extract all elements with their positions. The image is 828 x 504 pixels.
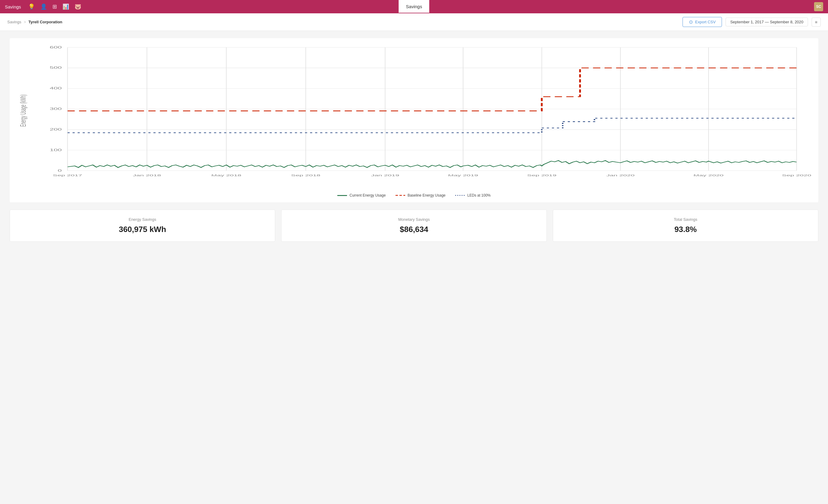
legend-baseline-label: Baseline Energy Usage (408, 193, 446, 197)
legend-leds-label: LEDs at 100% (467, 193, 491, 197)
total-savings-label: Total Savings (559, 217, 812, 222)
svg-text:200: 200 (50, 128, 62, 131)
legend-current-label: Current Energy Usage (349, 193, 385, 197)
legend-baseline-usage: Baseline Energy Usage (396, 193, 446, 197)
toolbar-right: ⊙ Export CSV September 1, 2017 — Septemb… (682, 17, 821, 27)
total-savings-value: 93.8% (559, 225, 812, 234)
svg-text:Jan 2018: Jan 2018 (133, 174, 161, 177)
export-csv-button[interactable]: ⊙ Export CSV (682, 17, 722, 27)
stats-row: Energy Savings 360,975 kWh Monetary Savi… (10, 210, 818, 242)
svg-text:Jan 2019: Jan 2019 (371, 174, 399, 177)
svg-text:300: 300 (50, 107, 62, 110)
svg-text:100: 100 (50, 148, 62, 152)
grid-icon[interactable]: ⊞ (52, 3, 57, 10)
chart-svg: Energy Usage (kWh) 0 100 200 300 400 500… (17, 44, 811, 190)
svg-text:May 2018: May 2018 (211, 174, 241, 177)
stat-card-total: Total Savings 93.8% (553, 210, 818, 242)
breadcrumb-current: Tyrell Corporation (29, 20, 63, 24)
energy-savings-label: Energy Savings (16, 217, 269, 222)
user-icon[interactable]: 👤 (40, 3, 47, 10)
breadcrumb-separator: > (24, 20, 26, 24)
date-range-button[interactable]: September 1, 2017 — September 8, 2020 (726, 17, 808, 26)
download-icon: ⊙ (689, 19, 693, 25)
svg-text:May 2020: May 2020 (694, 174, 724, 177)
chart-area: Energy Usage (kWh) 0 100 200 300 400 500… (17, 44, 811, 190)
svg-text:Sep 2019: Sep 2019 (527, 174, 556, 177)
svg-text:May 2019: May 2019 (448, 174, 478, 177)
lightbulb-icon[interactable]: 💡 (28, 3, 35, 10)
svg-text:Sep 2018: Sep 2018 (291, 174, 320, 177)
user-avatar: SC (814, 2, 823, 11)
breadcrumb: Savings > Tyrell Corporation (7, 20, 63, 24)
stat-card-energy: Energy Savings 360,975 kWh (10, 210, 275, 242)
svg-text:600: 600 (50, 45, 62, 49)
svg-text:Energy Usage (kWh): Energy Usage (kWh) (18, 94, 27, 127)
monetary-savings-label: Monetary Savings (288, 217, 540, 222)
export-label: Export CSV (695, 20, 716, 24)
stat-card-monetary: Monetary Savings $86,634 (281, 210, 547, 242)
nav-brand: Savings (5, 4, 21, 9)
nav-title: Savings (399, 0, 429, 13)
top-nav: Savings 💡 👤 ⊞ 📊 🐷 Savings SC (0, 0, 828, 13)
svg-text:0: 0 (57, 169, 61, 172)
svg-text:Sep 2017: Sep 2017 (53, 174, 82, 177)
monetary-savings-value: $86,634 (288, 225, 540, 234)
svg-text:500: 500 (50, 66, 62, 70)
breadcrumb-bar: Savings > Tyrell Corporation ⊙ Export CS… (0, 13, 828, 31)
legend-current-usage: Current Energy Usage (337, 193, 385, 197)
savings-icon[interactable]: 🐷 (75, 3, 81, 10)
svg-text:Sep 2020: Sep 2020 (782, 174, 811, 177)
svg-text:Jan 2020: Jan 2020 (607, 174, 635, 177)
energy-savings-value: 360,975 kWh (16, 225, 269, 234)
chart-legend: Current Energy Usage Baseline Energy Usa… (17, 193, 811, 197)
nav-icons: 💡 👤 ⊞ 📊 🐷 (28, 3, 81, 10)
breadcrumb-parent[interactable]: Savings (7, 20, 21, 24)
legend-leds: LEDs at 100% (455, 193, 491, 197)
chart-icon[interactable]: 📊 (63, 3, 69, 10)
svg-text:400: 400 (50, 87, 62, 90)
chart-container: Energy Usage (kWh) 0 100 200 300 400 500… (10, 38, 818, 202)
menu-lines-button[interactable]: ≡ (812, 17, 821, 27)
main-content: Energy Usage (kWh) 0 100 200 300 400 500… (0, 31, 828, 504)
